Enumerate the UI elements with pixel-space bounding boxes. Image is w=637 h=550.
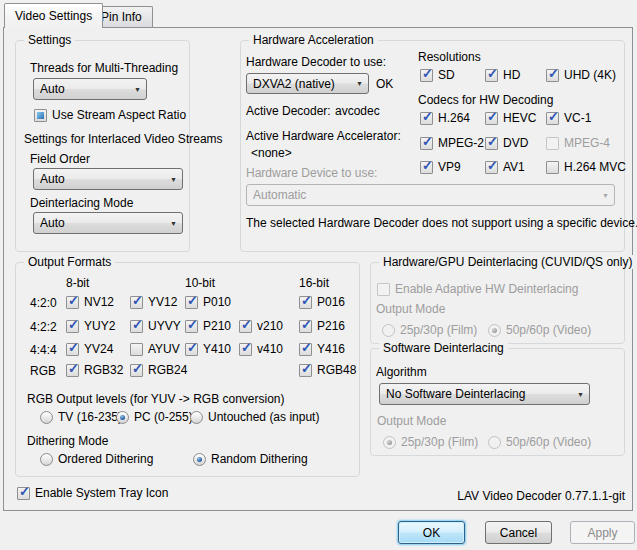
checkbox-rgb48[interactable]: ✓ RGB48 bbox=[299, 363, 356, 377]
checkbox-label: DVD bbox=[503, 136, 528, 150]
checkbox-v210[interactable]: ✓ v210 bbox=[239, 319, 283, 333]
checkbox-uyvy[interactable]: ✓ UYVY bbox=[130, 319, 181, 333]
radio-untouched-levels[interactable]: Untouched (as input) bbox=[190, 410, 319, 424]
sw-output-mode-heading: Output Mode bbox=[377, 414, 446, 428]
check-mark: ✓ bbox=[487, 67, 498, 80]
checkbox-icon: ✓ bbox=[130, 364, 143, 377]
row-label-422: 4:2:2 bbox=[30, 320, 57, 334]
checkbox-yv24[interactable]: ✓ YV24 bbox=[66, 342, 113, 356]
checkbox-p010[interactable]: ✓ P010 bbox=[185, 295, 231, 309]
radio-label: 50p/60p (Video) bbox=[506, 435, 591, 449]
checkbox-rgb24[interactable]: ✓ RGB24 bbox=[130, 363, 187, 377]
checkbox-icon: ✓ bbox=[34, 109, 47, 122]
checkbox-label: v410 bbox=[257, 342, 283, 356]
hw-device-value: Automatic bbox=[253, 188, 598, 202]
check-mark: ✓ bbox=[241, 318, 252, 331]
checkbox-y416[interactable]: ✓ Y416 bbox=[299, 342, 345, 356]
tab-label: Pin Info bbox=[101, 10, 142, 24]
check-mark: ✓ bbox=[68, 318, 79, 331]
checkbox-yv12[interactable]: ✓ YV12 bbox=[130, 295, 177, 309]
sw-algorithm-dropdown[interactable]: No Software Deinterlacing ▼ bbox=[379, 383, 590, 405]
col-header-10bit: 10-bit bbox=[185, 276, 215, 290]
checkbox-sd[interactable]: ✓ SD bbox=[420, 68, 455, 82]
checkbox-hevc[interactable]: ✓ HEVC bbox=[485, 111, 536, 125]
checkbox-label: NV12 bbox=[84, 295, 114, 309]
field-order-dropdown[interactable]: Auto ▼ bbox=[33, 168, 183, 190]
check-mark: ✓ bbox=[68, 294, 79, 307]
hw-device-dropdown: Automatic ▼ bbox=[246, 184, 615, 206]
checkbox-label: Use Stream Aspect Ratio bbox=[52, 108, 186, 122]
threads-dropdown[interactable]: Auto ▼ bbox=[33, 78, 147, 100]
checkbox-v410[interactable]: ✓ v410 bbox=[239, 342, 283, 356]
tab-video-settings[interactable]: Video Settings bbox=[4, 3, 103, 28]
checkbox-y410[interactable]: ✓ Y410 bbox=[185, 342, 231, 356]
algorithm-label: Algorithm bbox=[376, 365, 427, 379]
checkbox-p210[interactable]: ✓ P210 bbox=[185, 319, 231, 333]
checkbox-av1[interactable]: ✓ AV1 bbox=[485, 160, 525, 174]
threads-label: Threads for Multi-Threading bbox=[30, 61, 178, 75]
checkbox-p016[interactable]: ✓ P016 bbox=[299, 295, 345, 309]
deinterlacing-mode-dropdown[interactable]: Auto ▼ bbox=[33, 212, 183, 234]
checkbox-icon: ✓ bbox=[546, 69, 559, 82]
sw-algorithm-value: No Software Deinterlacing bbox=[386, 387, 573, 401]
radio-icon bbox=[40, 411, 53, 424]
group-title: Hardware/GPU Deinterlacing (CUVID/QS onl… bbox=[379, 255, 636, 269]
check-mark: ✓ bbox=[132, 294, 143, 307]
checkbox-vc1[interactable]: ✓ VC-1 bbox=[546, 111, 591, 125]
checkbox-h264[interactable]: ✓ H.264 bbox=[420, 111, 470, 125]
group-title: Output Formats bbox=[24, 255, 115, 269]
checkbox-label: RGB24 bbox=[148, 363, 187, 377]
check-mark: ✓ bbox=[68, 362, 79, 375]
checkbox-uhd-4k[interactable]: ✓ UHD (4K) bbox=[546, 68, 616, 82]
checkbox-icon: ✓ bbox=[420, 161, 433, 174]
radio-label: 25p/30p (Film) bbox=[401, 435, 478, 449]
checkbox-vp9[interactable]: ✓ VP9 bbox=[420, 160, 461, 174]
checkbox-icon: ✓ bbox=[485, 112, 498, 125]
radio-ordered-dithering[interactable]: Ordered Dithering bbox=[40, 452, 153, 466]
checkbox-label: Y416 bbox=[317, 342, 345, 356]
checkbox-icon: ✓ bbox=[420, 137, 433, 150]
row-label-444: 4:4:4 bbox=[30, 343, 57, 357]
cancel-button[interactable]: Cancel bbox=[485, 521, 552, 544]
check-mark: ✓ bbox=[487, 110, 498, 123]
checkbox-yuy2[interactable]: ✓ YUY2 bbox=[66, 319, 115, 333]
checkbox-hd[interactable]: ✓ HD bbox=[485, 68, 520, 82]
checkbox-rgb32[interactable]: ✓ RGB32 bbox=[66, 363, 123, 377]
checkbox-icon: ✓ bbox=[420, 112, 433, 125]
check-mark: ✓ bbox=[548, 67, 559, 80]
checkbox-label: UHD (4K) bbox=[564, 68, 616, 82]
radio-tv-levels[interactable]: TV (16-235) bbox=[40, 410, 122, 424]
checkbox-label: SD bbox=[438, 68, 455, 82]
ok-button[interactable]: OK bbox=[398, 521, 465, 544]
button-label: Cancel bbox=[500, 526, 537, 540]
checkbox-label: RGB48 bbox=[317, 363, 356, 377]
radio-random-dithering[interactable]: Random Dithering bbox=[193, 452, 308, 466]
checkbox-p216[interactable]: ✓ P216 bbox=[299, 319, 345, 333]
checkbox-label: MPEG-2 bbox=[438, 136, 484, 150]
checkbox-label: HEVC bbox=[503, 111, 536, 125]
group-title: Hardware Acceleration bbox=[249, 33, 378, 47]
rgb-levels-heading: RGB Output levels (for YUV -> RGB conver… bbox=[27, 392, 285, 406]
checkbox-label: P210 bbox=[203, 319, 231, 333]
hw-output-mode-heading: Output Mode bbox=[376, 302, 445, 316]
checkbox-mpeg2[interactable]: ✓ MPEG-2 bbox=[420, 136, 484, 150]
checkbox-stream-aspect-ratio[interactable]: ✓ Use Stream Aspect Ratio bbox=[34, 108, 186, 122]
checkbox-dvd[interactable]: ✓ DVD bbox=[485, 136, 528, 150]
check-mark: ✓ bbox=[241, 341, 252, 354]
checkbox-system-tray-icon[interactable]: ✓ Enable System Tray Icon bbox=[17, 486, 168, 500]
hw-decoder-value: DXVA2 (native) bbox=[253, 77, 352, 91]
checkbox-label: UYVY bbox=[148, 319, 181, 333]
checkbox-mpeg4: ✓ MPEG-4 bbox=[546, 136, 610, 150]
checkbox-nv12[interactable]: ✓ NV12 bbox=[66, 295, 114, 309]
radio-pc-levels[interactable]: PC (0-255) bbox=[116, 410, 193, 424]
checkbox-h264-mvc[interactable]: ✓ H.264 MVC bbox=[546, 160, 626, 174]
checkbox-icon: ✓ bbox=[130, 320, 143, 333]
hw-decoder-status: OK bbox=[376, 77, 393, 91]
checkbox-icon: ✓ bbox=[420, 69, 433, 82]
hw-device-note: The selected Hardware Decoder does not s… bbox=[246, 216, 637, 230]
checkbox-label: VC-1 bbox=[564, 111, 591, 125]
checkbox-label: Enable Adaptive HW Deinterlacing bbox=[395, 282, 578, 296]
radio-label: 25p/30p (Film) bbox=[400, 323, 477, 337]
checkbox-ayuv[interactable]: ✓ AYUV bbox=[130, 342, 180, 356]
hw-decoder-dropdown[interactable]: DXVA2 (native) ▼ bbox=[246, 73, 369, 94]
